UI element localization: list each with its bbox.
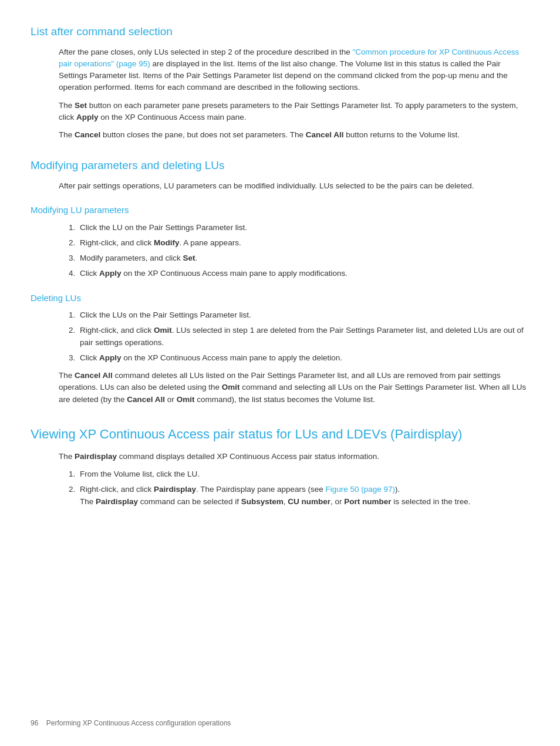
bold-omit-2: Omit	[222, 383, 240, 391]
bold-cancel-1: Cancel	[75, 130, 100, 139]
paragraph-list-2: The Set button on each parameter pane pr…	[59, 100, 529, 124]
list-item: Right-click, and click Omit. LUs selecte…	[77, 325, 529, 349]
list-item: Click the LUs on the Pair Settings Param…	[77, 309, 529, 321]
heading-modifying-lu-parameters: Modifying LU parameters	[31, 204, 529, 217]
list-deleting-lus: Click the LUs on the Pair Settings Param…	[77, 309, 529, 364]
bold-pairdisplay-2: Pairdisplay	[154, 485, 196, 494]
bold-port-number: Port number	[344, 497, 391, 506]
bold-omit-1: Omit	[154, 326, 172, 335]
list-item: Click Apply on the XP Continuous Access …	[77, 352, 529, 364]
bold-apply-2: Apply	[99, 269, 122, 278]
heading-modifying-parameters: Modifying parameters and deleting LUs	[31, 157, 529, 174]
list-item: Modify parameters, and click Set.	[77, 252, 529, 264]
bold-omit-3: Omit	[177, 395, 195, 404]
paragraph-modifying-1: After pair settings operations, LU param…	[59, 180, 529, 192]
bold-pairdisplay-1: Pairdisplay	[75, 452, 117, 461]
link-figure-50[interactable]: Figure 50 (page 97)	[325, 485, 395, 494]
footer-page-number: 96	[31, 719, 38, 727]
bold-modify: Modify	[154, 238, 180, 247]
bold-set-1: Set	[75, 101, 87, 110]
bold-cu-number: CU number	[288, 497, 330, 506]
bold-cancel-all-2: Cancel All	[75, 371, 113, 380]
list-modifying-lu: Click the LU on the Pair Settings Parame…	[77, 222, 529, 280]
paragraph-list-3: The Cancel button closes the pane, but d…	[59, 129, 529, 141]
bold-cancel-all-3: Cancel All	[127, 395, 165, 404]
bold-pairdisplay-3: Pairdisplay	[96, 497, 138, 506]
list-item: Click Apply on the XP Continuous Access …	[77, 268, 529, 279]
footer: 96 Performing XP Continuous Access confi…	[31, 718, 231, 728]
list-item: Click the LU on the Pair Settings Parame…	[77, 222, 529, 234]
list-item: Right-click, and click Modify. A pane ap…	[77, 237, 529, 249]
page-container: List after command selection After the p…	[0, 0, 560, 537]
paragraph-deleting-note: The Cancel All command deletes all LUs l…	[59, 370, 529, 406]
bold-set-2: Set	[183, 254, 195, 262]
bold-cancel-all-1: Cancel All	[306, 130, 344, 139]
heading-viewing-xp: Viewing XP Continuous Access pair status…	[31, 424, 529, 444]
heading-deleting-lus: Deleting LUs	[31, 292, 529, 305]
list-item: From the Volume list, click the LU.	[77, 468, 529, 480]
paragraph-pairdisplay-1: The Pairdisplay command displays detaile…	[59, 451, 529, 463]
bold-apply-1: Apply	[76, 113, 99, 121]
bold-subsystem: Subsystem	[241, 497, 284, 506]
link-common-procedure[interactable]: "Common procedure for XP Continuous Acce…	[59, 48, 519, 68]
list-pairdisplay: From the Volume list, click the LU. Righ…	[77, 468, 529, 508]
paragraph-list-1: After the pane closes, only LUs selected…	[59, 46, 529, 94]
list-item: Right-click, and click Pairdisplay. The …	[77, 484, 529, 508]
footer-text: Performing XP Continuous Access configur…	[46, 719, 231, 727]
bold-apply-3: Apply	[99, 353, 122, 362]
heading-list-after-command: List after command selection	[31, 23, 529, 40]
